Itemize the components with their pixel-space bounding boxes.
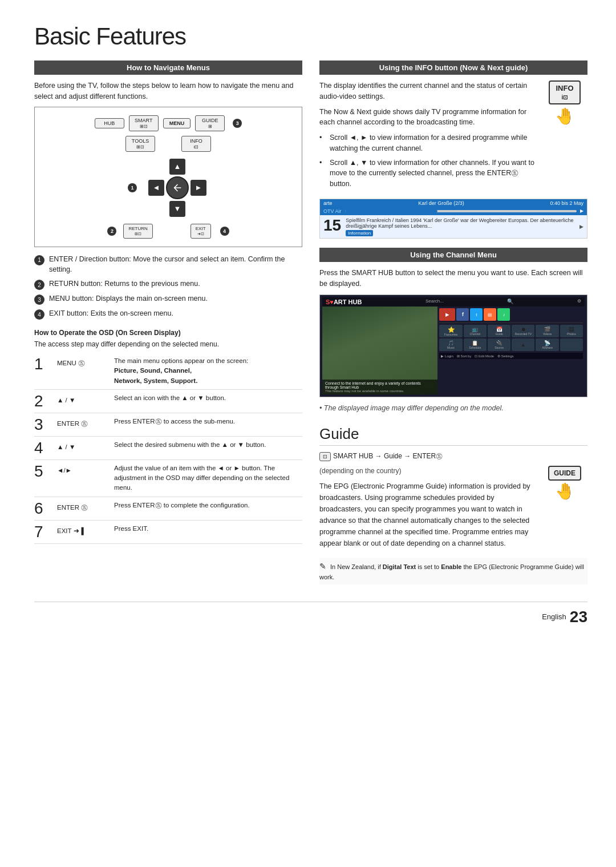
nav-up[interactable]: ▲ [169,159,185,175]
footer-language: English [542,612,566,621]
info-button-visual: INFOi⊡ 🤚 [542,80,587,126]
osd-row-4: 4 ▲ / ▼ Select the desired submenu with … [34,437,302,460]
guide-footnote: ✎ In New Zealand, if Digital Text is set… [319,558,587,584]
osd-section: How to Operate the OSD (On Screen Displa… [34,329,302,544]
channel-time: 0:40 bis 2 May [550,200,583,206]
nav-cluster: ▲ ▼ ◄ ► [146,156,209,219]
page-title: Basic Features [34,23,587,50]
channel-menu-section: Using the Channel Menu Press the SMART H… [319,248,587,414]
info-button-section: Using the INFO button (Now & Next guide)… [319,61,587,239]
left-column: How to Navigate Menus Before using the T… [34,61,302,584]
osd-row-7: 7 EXIT ➜▐ Press EXIT. [34,521,302,544]
info-badge: Information [346,230,373,236]
guide-path-text: SMART HUB → Guide → ENTER㊄ [333,451,443,461]
guide-path: ⊡ SMART HUB → Guide → ENTER㊄ [319,451,587,461]
osd-row-5: 5 ◄/► Adjust the value of an item with t… [34,460,302,497]
info-button-header: Using the INFO button (Now & Next guide) [319,61,587,75]
channel-menu-header: Using the Channel Menu [319,248,587,262]
tools-button: TOOLS⊞⊡ [125,136,155,152]
channel-description: Spielfilm Frankreich / Italien 1994 'Kar… [346,217,575,229]
guide-title: Guide [319,425,587,446]
osd-row-3: 3 ENTER ㊄ Press ENTER㊄ to access the sub… [34,413,302,437]
bullet-4: 4 EXIT button: Exits the on-screen menu. [34,308,302,320]
label-4: 4 [220,227,229,236]
guide-section: Guide ⊡ SMART HUB → Guide → ENTER㊄ (depe… [319,425,587,584]
channel-number: 15 [323,217,341,233]
nav-left[interactable]: ◄ [148,180,164,196]
navigate-intro: Before using the TV, follow the steps be… [34,80,302,102]
right-column: Using the INFO button (Now & Next guide)… [319,61,587,584]
label-2: 2 [107,227,116,236]
guide-icon-box: ⊡ [319,452,331,461]
guide-button-remote: GUIDE⊞ [195,115,225,131]
osd-row-1: 1 MENU ㊄ The main menu options appear on… [34,353,302,390]
info-para1: The display identifies the current chann… [319,80,536,102]
nav-down[interactable]: ▼ [169,201,185,217]
label-1: 1 [128,183,137,192]
exit-button: EXIT➜⊡ [191,224,211,239]
hub-button: HUB [95,118,124,128]
navigate-menus-header: How to Navigate Menus [34,61,302,75]
channel-show: Karl der Große (2/3) [418,200,464,206]
bullet-1: 1 ENTER / Direction button: Move the cur… [34,254,302,276]
guide-para1: The EPG (Electronic Programme Guide) inf… [319,481,536,549]
osd-table: 1 MENU ㊄ The main menu options appear on… [34,353,302,544]
guide-note: (depending on the country) [319,466,536,476]
bullet-3: 3 MENU button: Displays the main on-scre… [34,293,302,305]
osd-title: How to Operate the OSD (On Screen Displa… [34,329,302,337]
sub-channel: OTV Air [323,208,342,214]
channel-name: arte [323,200,333,206]
smart-hub-logo: S♥ART HUB [326,299,362,305]
nav-right[interactable]: ► [191,180,206,196]
info-bullet-2: Scroll ▲, ▼ to view information for othe… [319,158,536,189]
smart-button: SMART⊞⊡ [129,115,159,131]
bullet-2: 2 RETURN button: Returns to the previous… [34,279,302,290]
channel-info-box: arte Karl der Große (2/3) 0:40 bis 2 May… [319,199,587,239]
enter-button[interactable] [166,176,189,199]
osd-row-2: 2 ▲ / ▼ Select an icon with the ▲ or ▼ b… [34,390,302,413]
smart-hub-image: S♥ART HUB Search... 🔍 ⚙ Connect to the i… [319,295,587,397]
page-number: 23 [570,608,587,626]
remote-diagram: HUB SMART⊞⊡ MENU GUIDE⊞ 3 TOOLS⊞⊡ INFOi⊡ [34,107,302,247]
info-para2: The Now & Next guide shows daily TV prog… [319,107,536,128]
channel-menu-para: Press the SMART HUB button to select the… [319,268,587,289]
progress-bar [345,210,577,212]
osd-subtitle: The access step may differ depending on … [34,340,302,348]
info-bullet-1: Scroll ◄, ► to view information for a de… [319,132,536,154]
page-footer: English 23 [34,602,587,626]
return-button: RETURN⊞⊡ [123,224,152,239]
navigate-menus-section: How to Navigate Menus Before using the T… [34,61,302,320]
menu-label: MENU [163,118,191,128]
label-3: 3 [233,119,242,128]
guide-button-visual: GUIDE 🤚 [542,466,587,501]
smart-hub-disclaimer: • The displayed image may differ dependi… [319,403,587,414]
osd-row-6: 6 ENTER ㊄ Press ENTER㊄ to complete the c… [34,497,302,521]
info-button-remote: INFOi⊡ [181,136,211,152]
